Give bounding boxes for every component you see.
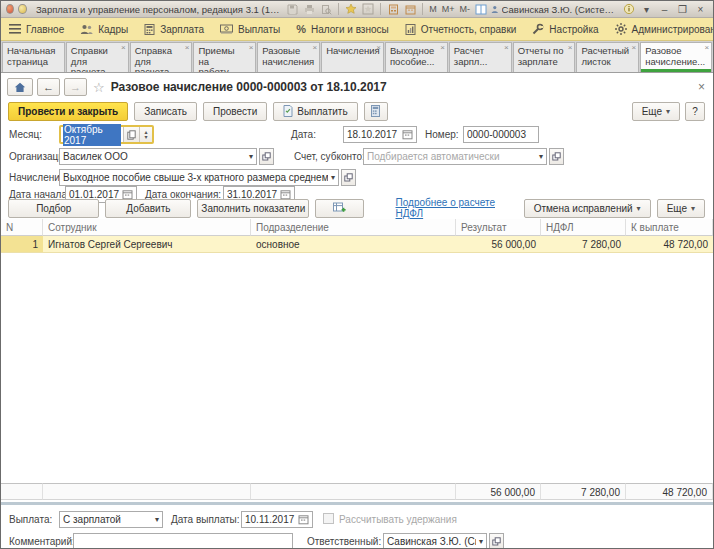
calc-icon[interactable]: [386, 3, 400, 16]
cell-result[interactable]: 56 000,00: [456, 236, 541, 253]
write-button[interactable]: Записать: [134, 102, 197, 121]
col-payout[interactable]: К выплате: [626, 219, 713, 236]
col-result[interactable]: Результат: [456, 219, 541, 236]
restore-button[interactable]: ❐: [675, 4, 690, 15]
tab-home[interactable]: Начальная страница: [2, 42, 65, 72]
cell-n[interactable]: 1: [1, 236, 43, 253]
tab-close-icon[interactable]: ×: [568, 44, 573, 52]
calendar-icon[interactable]: [403, 3, 417, 16]
favorite-star-icon[interactable]: ☆: [93, 80, 105, 95]
forward-button[interactable]: →: [64, 78, 87, 96]
split-window-icon[interactable]: [474, 3, 488, 16]
chevron-down-icon[interactable]: ▾: [249, 152, 253, 161]
number-field[interactable]: 0000-000003: [463, 126, 539, 143]
menu-item-main[interactable]: Главное: [9, 24, 64, 35]
menu-item-taxes[interactable]: % Налоги и взносы: [296, 23, 389, 35]
more-button[interactable]: Еще▾: [632, 102, 680, 121]
menu-item-settings[interactable]: Настройка: [532, 23, 598, 35]
tab-spravki-dlya-rascheta[interactable]: Справки для расчета...×: [66, 42, 129, 72]
menu-item-administration[interactable]: Администрирование: [615, 23, 714, 35]
preview-icon[interactable]: [319, 3, 333, 16]
comment-field[interactable]: [73, 533, 293, 549]
cell-payout[interactable]: 48 720,00: [626, 236, 713, 253]
payment-select[interactable]: С зарплатой ▾: [59, 511, 163, 528]
post-button[interactable]: Провести: [203, 102, 267, 121]
memory-m-plus-button[interactable]: М+: [441, 4, 456, 14]
tab-close-icon[interactable]: ×: [185, 44, 190, 52]
info-icon[interactable]: [622, 3, 636, 16]
tab-razovoe-nachislenie[interactable]: Разовое начисление...×: [640, 42, 712, 72]
close-window-button[interactable]: ×: [693, 4, 708, 15]
print-icon[interactable]: [302, 3, 316, 16]
table-settings-button[interactable]: [315, 199, 363, 218]
help-button[interactable]: ?: [685, 102, 705, 121]
tab-close-icon[interactable]: ×: [249, 44, 254, 52]
tab-raschetnyj-listok[interactable]: Расчетный листок×: [576, 42, 639, 72]
chevron-down-icon[interactable]: ▾: [155, 515, 159, 524]
pay-button[interactable]: Выплатить: [273, 102, 357, 121]
account-field[interactable]: Подбирается автоматически ▾: [363, 148, 547, 165]
tab-raschet-zarplaty[interactable]: Расчет зарпл...×: [449, 42, 512, 72]
minimize-button[interactable]: –: [657, 4, 672, 15]
user-menu[interactable]: Савинская З.Ю. (Системный прог...: [491, 4, 619, 15]
tab-close-icon[interactable]: ×: [121, 44, 126, 52]
accrual-open-button[interactable]: [341, 169, 356, 186]
tab-close-icon[interactable]: ×: [632, 44, 637, 52]
organization-open-button[interactable]: [259, 148, 274, 165]
app-icon[interactable]: [6, 4, 14, 14]
fill-indicators-button[interactable]: Заполнить показатели: [197, 199, 309, 218]
tab-close-icon[interactable]: ×: [504, 44, 509, 52]
favorites-icon[interactable]: [361, 3, 375, 16]
cell-employee[interactable]: Игнатов Сергей Сергеевич: [43, 236, 251, 253]
tab-close-icon[interactable]: ×: [704, 44, 709, 52]
col-n[interactable]: N: [1, 219, 43, 236]
dropdown-icon[interactable]: ▾: [639, 4, 654, 15]
ndfl-details-link[interactable]: Подробнее о расчете НДФЛ: [396, 197, 518, 219]
close-form-icon[interactable]: ×: [698, 81, 705, 93]
tab-close-icon[interactable]: ×: [440, 44, 445, 52]
col-employee[interactable]: Сотрудник: [43, 219, 251, 236]
home-button[interactable]: [7, 78, 33, 96]
table-more-button[interactable]: Еще▾: [657, 199, 705, 218]
table-row[interactable]: 1 Игнатов Сергей Сергеевич основное 56 0…: [1, 236, 713, 253]
tab-razovye-nachisleniya[interactable]: Разовые начисления×: [257, 42, 320, 72]
memory-m-button[interactable]: М: [428, 4, 438, 14]
accrual-field[interactable]: Выходное пособие свыше 3-х кратного разм…: [59, 169, 339, 186]
menu-item-payments[interactable]: Выплаты: [220, 24, 280, 35]
tab-close-icon[interactable]: ×: [312, 44, 317, 52]
add-favorite-icon[interactable]: [344, 3, 358, 16]
tab-vyhodnoe-posobie[interactable]: Выходное пособие...×: [385, 42, 448, 72]
tab-priemy-na-rabotu[interactable]: Приемы на работу,...×: [193, 42, 256, 72]
organization-field[interactable]: Василек ООО ▾: [59, 148, 257, 165]
responsible-open-button[interactable]: [489, 533, 504, 549]
menu-item-personnel[interactable]: Кадры: [80, 24, 128, 35]
undo-corrections-button[interactable]: Отмена исправлений▾: [524, 199, 651, 218]
tab-close-icon[interactable]: ×: [376, 44, 381, 52]
col-department[interactable]: Подразделение: [251, 219, 456, 236]
pick-button[interactable]: Подбор: [8, 199, 99, 218]
post-and-close-button[interactable]: Провести и закрыть: [8, 102, 128, 121]
chevron-down-icon[interactable]: ▾: [479, 537, 483, 546]
menu-item-salary[interactable]: Зарплата: [144, 24, 204, 35]
cell-department[interactable]: основное: [251, 236, 456, 253]
tab-spravka-dlya-rascheta[interactable]: Справка для расчета...×: [130, 42, 193, 72]
calculator-button[interactable]: [364, 102, 388, 121]
responsible-field[interactable]: Савинская З.Ю. (Систем ▾: [383, 533, 487, 549]
menu-item-reports[interactable]: Отчетность, справки: [405, 24, 517, 35]
chevron-down-icon[interactable]: ▾: [539, 152, 543, 161]
app-menu-icon[interactable]: [18, 4, 26, 14]
add-button[interactable]: Добавить: [105, 199, 191, 218]
month-pick-button[interactable]: [123, 127, 139, 142]
chevron-down-icon[interactable]: ▾: [331, 173, 335, 182]
tab-nachisleniya[interactable]: Начисления×: [321, 42, 384, 72]
month-spinner[interactable]: ▴▾: [139, 127, 152, 142]
col-ndfl[interactable]: НДФЛ: [541, 219, 626, 236]
date-field[interactable]: 18.10.2017: [343, 126, 417, 143]
withhold-checkbox[interactable]: [323, 513, 334, 524]
memory-m-minus-button[interactable]: М-: [459, 4, 472, 14]
tab-otchety-po-zarplate[interactable]: Отчеты по зарплате×: [513, 42, 576, 72]
payment-date-field[interactable]: 10.11.2017: [241, 511, 313, 528]
cell-ndfl[interactable]: 7 280,00: [541, 236, 626, 253]
month-field[interactable]: Октябрь 2017 ▴▾: [59, 125, 154, 144]
account-open-button[interactable]: [549, 148, 564, 165]
